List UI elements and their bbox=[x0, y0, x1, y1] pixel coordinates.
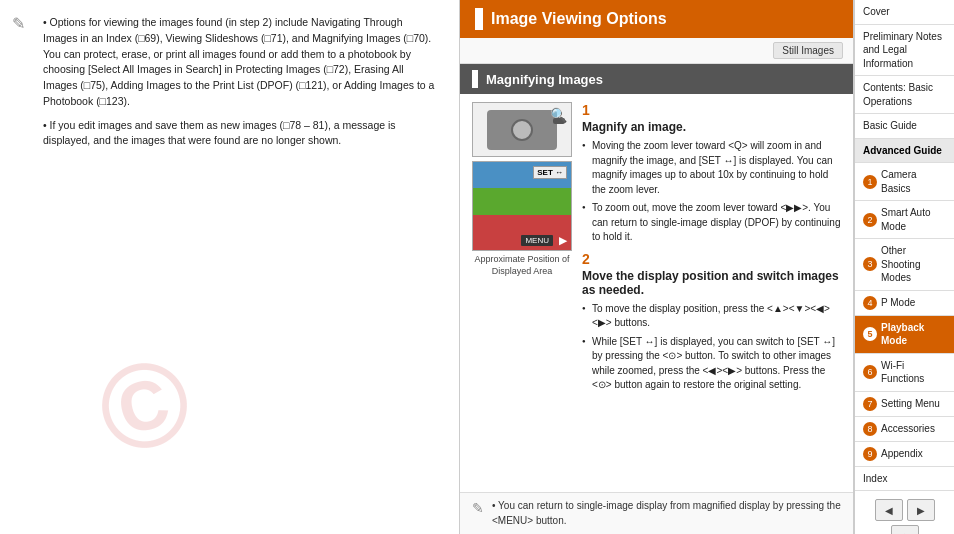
note-text: • You can return to single-image display… bbox=[492, 499, 841, 528]
left-paragraph-2: • If you edit images and save them as ne… bbox=[43, 118, 439, 150]
left-paragraph-1: • Options for viewing the images found (… bbox=[43, 15, 439, 110]
nav-item-index[interactable]: Index bbox=[855, 467, 954, 492]
nav-basic-guide-label: Basic Guide bbox=[863, 119, 917, 133]
main-content: 🔍 SET ↔ MENU ▶ Approximate Position of D… bbox=[460, 94, 853, 492]
step1-bullet-2: To zoom out, move the zoom lever toward … bbox=[582, 201, 841, 245]
nav-playback-label: Playback Mode bbox=[881, 321, 946, 348]
step1-title: Magnify an image. bbox=[582, 120, 841, 134]
nav-wifi-label: Wi-Fi Functions bbox=[881, 359, 946, 386]
nav-camera-basics-label: Camera Basics bbox=[881, 168, 946, 195]
section-title-bar: Magnifying Images bbox=[460, 64, 853, 94]
nav-num-1: 1 bbox=[863, 175, 877, 189]
menu-badge: MENU bbox=[521, 235, 553, 246]
section-title: Magnifying Images bbox=[486, 72, 603, 87]
middle-panel: Image Viewing Options Still Images Magni… bbox=[460, 0, 854, 534]
nav-num-2: 2 bbox=[863, 213, 877, 227]
nav-prelim-label: Preliminary Notes and Legal Information bbox=[863, 30, 946, 71]
arrow-badge: ▶ bbox=[559, 235, 567, 246]
nav-smart-auto-label: Smart Auto Mode bbox=[881, 206, 946, 233]
step2-bullet-2: While [SET ↔] is displayed, you can swit… bbox=[582, 335, 841, 393]
nav-item-cover[interactable]: Cover bbox=[855, 0, 954, 25]
step2-bullets: To move the display position, press the … bbox=[582, 302, 841, 393]
nav-num-5: 5 bbox=[863, 327, 877, 341]
field-image-box: SET ↔ MENU ▶ bbox=[472, 161, 572, 251]
nav-contents-label: Contents: Basic Operations bbox=[863, 81, 946, 108]
step2-title: Move the display position and switch ima… bbox=[582, 269, 841, 297]
nav-appendix-label: Appendix bbox=[881, 447, 923, 461]
note-pencil-icon: ✎ bbox=[12, 14, 30, 32]
nav-item-basic-guide[interactable]: Basic Guide bbox=[855, 114, 954, 139]
nav-num-7: 7 bbox=[863, 397, 877, 411]
nav-other-shooting-label: Other Shooting Modes bbox=[881, 244, 946, 285]
next-button[interactable]: ▶ bbox=[907, 499, 935, 521]
nav-num-3: 3 bbox=[863, 257, 877, 271]
note-pencil-icon-bottom: ✎ bbox=[472, 500, 484, 516]
main-title-bar: Image Viewing Options bbox=[460, 0, 853, 38]
image-column: 🔍 SET ↔ MENU ▶ Approximate Position of D… bbox=[472, 102, 572, 397]
nav-cover-label: Cover bbox=[863, 5, 890, 19]
nav-item-setting-menu[interactable]: 7 Setting Menu bbox=[855, 392, 954, 417]
nav-arrows: ◀ ▶ bbox=[875, 499, 935, 521]
step1-number: 1 bbox=[582, 102, 841, 118]
nav-item-wifi[interactable]: 6 Wi-Fi Functions bbox=[855, 354, 954, 392]
step1-bullet-1: Moving the zoom lever toward <Q> will zo… bbox=[582, 139, 841, 197]
note-bottom: ✎ • You can return to single-image displ… bbox=[460, 492, 853, 534]
left-content: • Options for viewing the images found (… bbox=[43, 15, 439, 149]
step2-bullet-1: To move the display position, press the … bbox=[582, 302, 841, 331]
nav-p-mode-label: P Mode bbox=[881, 296, 915, 310]
text-column: 1 Magnify an image. Moving the zoom leve… bbox=[582, 102, 841, 397]
nav-item-camera-basics[interactable]: 1 Camera Basics bbox=[855, 163, 954, 201]
camera-image-box: 🔍 bbox=[472, 102, 572, 157]
nav-item-smart-auto[interactable]: 2 Smart Auto Mode bbox=[855, 201, 954, 239]
home-button[interactable]: ⌂ bbox=[891, 525, 919, 534]
watermark: © bbox=[84, 327, 205, 483]
nav-accessories-label: Accessories bbox=[881, 422, 935, 436]
nav-item-p-mode[interactable]: 4 P Mode bbox=[855, 291, 954, 316]
nav-num-9: 9 bbox=[863, 447, 877, 461]
step2-section: 2 Move the display position and switch i… bbox=[582, 251, 841, 393]
content-columns: 🔍 SET ↔ MENU ▶ Approximate Position of D… bbox=[472, 102, 841, 397]
nav-num-4: 4 bbox=[863, 296, 877, 310]
main-title: Image Viewing Options bbox=[491, 10, 667, 28]
nav-item-playback-mode[interactable]: 5 Playback Mode bbox=[855, 316, 954, 354]
left-panel: ✎ • Options for viewing the images found… bbox=[0, 0, 460, 534]
nav-item-prelim[interactable]: Preliminary Notes and Legal Information bbox=[855, 25, 954, 77]
image-caption: Approximate Position of Displayed Area bbox=[472, 254, 572, 277]
nav-setting-menu-label: Setting Menu bbox=[881, 397, 940, 411]
set-badge: SET ↔ bbox=[533, 166, 567, 179]
nav-item-accessories[interactable]: 8 Accessories bbox=[855, 417, 954, 442]
nav-index-label: Index bbox=[863, 472, 887, 486]
still-images-badge: Still Images bbox=[773, 42, 843, 59]
step1-bullets: Moving the zoom lever toward <Q> will zo… bbox=[582, 139, 841, 245]
zoom-search-icon: 🔍 bbox=[550, 107, 567, 123]
nav-footer: ◀ ▶ ⌂ 70 bbox=[855, 491, 954, 534]
nav-num-6: 6 bbox=[863, 365, 877, 379]
nav-item-appendix[interactable]: 9 Appendix bbox=[855, 442, 954, 467]
nav-num-8: 8 bbox=[863, 422, 877, 436]
nav-item-advanced-guide[interactable]: Advanced Guide bbox=[855, 139, 954, 164]
nav-advanced-guide-label: Advanced Guide bbox=[863, 144, 942, 158]
still-images-bar: Still Images bbox=[460, 38, 853, 64]
step2-number: 2 bbox=[582, 251, 841, 267]
camera-graphic bbox=[487, 110, 557, 150]
prev-button[interactable]: ◀ bbox=[875, 499, 903, 521]
nav-item-other-shooting[interactable]: 3 Other Shooting Modes bbox=[855, 239, 954, 291]
right-panel: Cover Preliminary Notes and Legal Inform… bbox=[854, 0, 954, 534]
nav-item-contents[interactable]: Contents: Basic Operations bbox=[855, 76, 954, 114]
